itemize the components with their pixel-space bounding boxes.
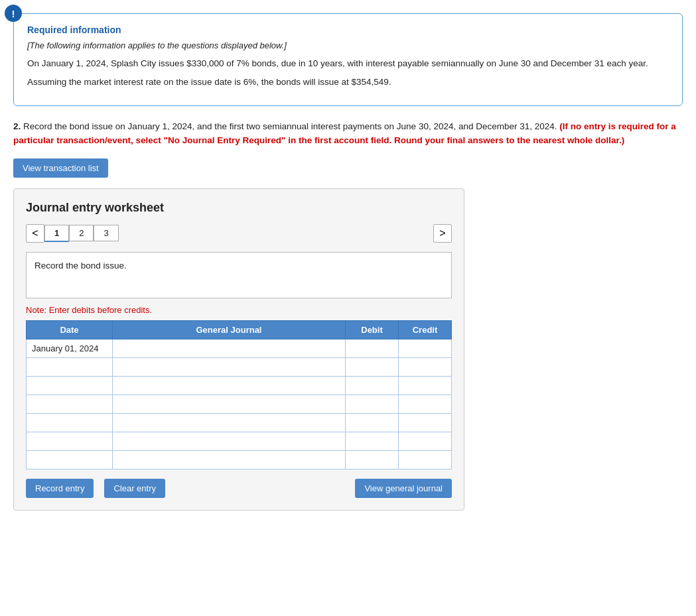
tab-2[interactable]: 2: [69, 225, 94, 241]
date-input-1[interactable]: [27, 358, 112, 376]
table-row: [27, 413, 452, 432]
date-cell-2: [27, 376, 113, 395]
gj-input-2[interactable]: [113, 377, 345, 395]
debit-input-4[interactable]: [346, 414, 398, 432]
question-normal-text: Record the bond issue on January 1, 2024…: [21, 121, 557, 131]
note-text: Note: Enter debits before credits.: [26, 305, 452, 315]
table-row: [27, 450, 452, 469]
debit-input-1[interactable]: [346, 358, 398, 376]
credit-cell-3: [399, 395, 452, 413]
credit-input-6[interactable]: [399, 451, 451, 469]
date-cell-6: [27, 450, 113, 469]
date-input-4[interactable]: [27, 414, 112, 432]
tab-3[interactable]: 3: [94, 225, 118, 241]
date-cell-1: [27, 357, 113, 376]
info-box-subtitle: [The following information applies to th…: [27, 40, 669, 50]
table-row: [27, 376, 452, 395]
credit-input-2[interactable]: [399, 377, 451, 395]
record-description-box: Record the bond issue.: [26, 252, 452, 298]
debit-input-5[interactable]: [346, 432, 398, 450]
next-tab-button[interactable]: >: [433, 224, 452, 243]
worksheet-title: Journal entry worksheet: [26, 201, 452, 215]
credit-cell-0: [399, 339, 452, 357]
gj-cell-6: [113, 450, 346, 469]
date-cell-3: [27, 395, 113, 413]
debit-cell-2: [346, 376, 399, 395]
date-input-3[interactable]: [27, 395, 112, 413]
view-transaction-list-button[interactable]: View transaction list: [13, 158, 108, 178]
gj-cell-2: [113, 376, 346, 395]
date-input-2[interactable]: [27, 377, 112, 395]
table-row: January 01, 2024: [27, 339, 452, 357]
info-box-title: Required information: [27, 25, 669, 35]
question-number: 2.: [13, 121, 21, 131]
credit-cell-4: [399, 413, 452, 432]
date-cell-0: January 01, 2024: [27, 339, 113, 357]
gj-input-4[interactable]: [113, 414, 345, 432]
credit-cell-6: [399, 450, 452, 469]
gj-input-3[interactable]: [113, 395, 345, 413]
journal-table: Date General Journal Debit Credit Januar…: [26, 320, 452, 469]
debit-cell-1: [346, 357, 399, 376]
gj-input-6[interactable]: [113, 451, 345, 469]
credit-input-5[interactable]: [399, 432, 451, 450]
date-input-6[interactable]: [27, 451, 112, 469]
gj-input-1[interactable]: [113, 358, 345, 376]
debit-input-6[interactable]: [346, 451, 398, 469]
date-input-5[interactable]: [27, 432, 112, 450]
debit-cell-3: [346, 395, 399, 413]
col-header-credit: Credit: [399, 320, 452, 339]
debit-input-3[interactable]: [346, 395, 398, 413]
credit-input-3[interactable]: [399, 395, 451, 413]
gj-cell-4: [113, 413, 346, 432]
record-description-text: Record the bond issue.: [35, 261, 127, 271]
gj-input-5[interactable]: [113, 432, 345, 450]
info-icon: !: [5, 5, 22, 22]
credit-cell-1: [399, 357, 452, 376]
table-row: [27, 357, 452, 376]
credit-input-4[interactable]: [399, 414, 451, 432]
credit-cell-5: [399, 432, 452, 450]
debit-input-0[interactable]: [346, 339, 398, 357]
credit-cell-2: [399, 376, 452, 395]
tab-1[interactable]: 1: [44, 225, 69, 242]
gj-cell-0: [113, 339, 346, 357]
col-header-date: Date: [27, 320, 113, 339]
info-box-paragraph2: Assuming the market interest rate on the…: [27, 76, 669, 89]
info-box-paragraph1: On January 1, 2024, Splash City issues $…: [27, 57, 669, 70]
debit-cell-6: [346, 450, 399, 469]
credit-input-0[interactable]: [399, 339, 451, 357]
debit-cell-5: [346, 432, 399, 450]
debit-input-2[interactable]: [346, 377, 398, 395]
gj-input-0[interactable]: [113, 339, 345, 357]
credit-input-1[interactable]: [399, 358, 451, 376]
prev-tab-button[interactable]: <: [26, 224, 44, 243]
record-entry-button[interactable]: Record entry: [26, 479, 94, 498]
tab-navigation: < 1 2 3 >: [26, 224, 452, 243]
debit-cell-4: [346, 413, 399, 432]
table-row: [27, 395, 452, 413]
date-cell-5: [27, 432, 113, 450]
gj-cell-5: [113, 432, 346, 450]
bottom-buttons: Record entry Clear entry View general jo…: [26, 479, 452, 498]
view-general-journal-button[interactable]: View general journal: [355, 479, 452, 498]
date-cell-4: [27, 413, 113, 432]
gj-cell-1: [113, 357, 346, 376]
question-text: 2. Record the bond issue on January 1, 2…: [13, 119, 683, 148]
col-header-general-journal: General Journal: [113, 320, 346, 339]
clear-entry-button[interactable]: Clear entry: [104, 479, 165, 498]
gj-cell-3: [113, 395, 346, 413]
col-header-debit: Debit: [346, 320, 399, 339]
info-box: ! Required information [The following in…: [13, 13, 683, 106]
journal-entry-worksheet: Journal entry worksheet < 1 2 3 > Record…: [13, 188, 464, 511]
debit-cell-0: [346, 339, 399, 357]
table-row: [27, 432, 452, 450]
